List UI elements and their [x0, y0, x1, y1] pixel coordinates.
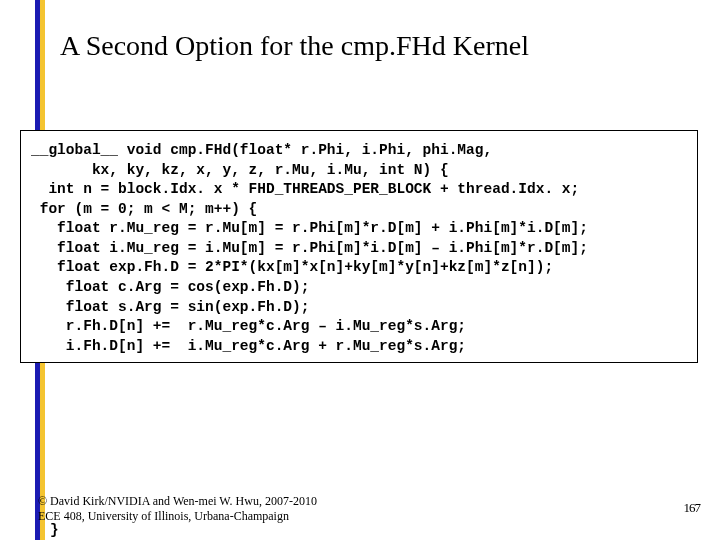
code-trailing-brace: }: [50, 522, 59, 538]
footer-line: © David Kirk/NVIDIA and Wen-mei W. Hwu, …: [38, 494, 317, 509]
code-line: int n = block.Idx. x * FHD_THREADS_PER_B…: [31, 180, 687, 200]
code-line: float r.Mu_reg = r.Mu[m] = r.Phi[m]*r.D[…: [31, 219, 687, 239]
code-line: r.Fh.D[n] += r.Mu_reg*c.Arg – i.Mu_reg*s…: [31, 317, 687, 337]
slide-title: A Second Option for the cmp.FHd Kernel: [60, 30, 690, 62]
code-line: kx, ky, kz, x, y, z, r.Mu, i.Mu, int N) …: [31, 161, 687, 181]
code-line: float exp.Fh.D = 2*PI*(kx[m]*x[n]+ky[m]*…: [31, 258, 687, 278]
code-line: __global__ void cmp.FHd(float* r.Phi, i.…: [31, 141, 687, 161]
code-line: float i.Mu_reg = i.Mu[m] = r.Phi[m]*i.D[…: [31, 239, 687, 259]
code-line: float c.Arg = cos(exp.Fh.D);: [31, 278, 687, 298]
code-line: float s.Arg = sin(exp.Fh.D);: [31, 298, 687, 318]
footer-line: ECE 408, University of Illinois, Urbana-…: [38, 509, 317, 524]
code-line: for (m = 0; m < M; m++) {: [31, 200, 687, 220]
page-number: 167: [684, 500, 701, 516]
code-block: __global__ void cmp.FHd(float* r.Phi, i.…: [20, 130, 698, 363]
code-line: i.Fh.D[n] += i.Mu_reg*c.Arg + r.Mu_reg*s…: [31, 337, 687, 357]
copyright-footer: © David Kirk/NVIDIA and Wen-mei W. Hwu, …: [38, 494, 317, 524]
